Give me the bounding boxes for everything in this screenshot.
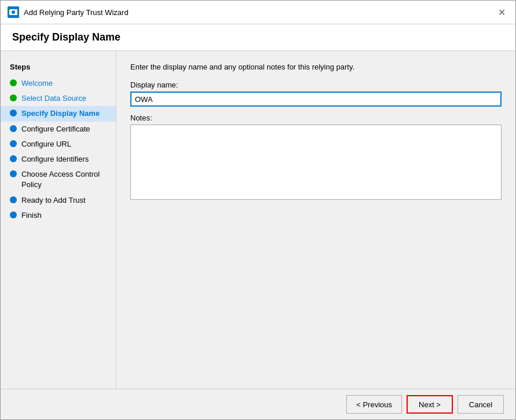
step-dot-welcome (10, 79, 17, 86)
cancel-button[interactable]: Cancel (458, 395, 504, 414)
previous-button[interactable]: < Previous (346, 395, 402, 414)
main-panel: Enter the display name and any optional … (116, 51, 515, 389)
step-dot-finish (10, 211, 17, 218)
step-dot-configure-certificate (10, 125, 17, 132)
sidebar: Steps Welcome Select Data Source Specify… (1, 51, 116, 389)
notes-textarea[interactable] (130, 125, 502, 200)
step-dot-choose-access-control-policy (10, 170, 17, 177)
step-label-select-data-source: Select Data Source (21, 93, 86, 104)
content-area: Steps Welcome Select Data Source Specify… (1, 51, 515, 389)
wizard-icon (8, 6, 19, 18)
description: Enter the display name and any optional … (130, 63, 502, 71)
next-button[interactable]: Next > (407, 395, 453, 414)
step-dot-specify-display-name (10, 109, 17, 116)
step-label-choose-access-control-policy: Choose Access Control Policy (21, 169, 107, 190)
notes-label: Notes: (130, 114, 502, 122)
page-header: Specify Display Name (1, 24, 515, 51)
wizard-dialog: Add Relying Party Trust Wizard ✕ Specify… (0, 0, 516, 420)
step-label-specify-display-name: Specify Display Name (21, 108, 100, 119)
step-finish: Finish (1, 208, 116, 223)
display-name-input[interactable] (130, 92, 502, 107)
step-label-welcome: Welcome (21, 78, 53, 89)
steps-heading: Steps (1, 60, 116, 76)
close-button[interactable]: ✕ (495, 5, 508, 19)
step-configure-certificate: Configure Certificate (1, 122, 116, 137)
step-select-data-source[interactable]: Select Data Source (1, 91, 116, 106)
display-name-label: Display name: (130, 81, 502, 89)
page-title: Specify Display Name (12, 31, 504, 43)
step-label-ready-to-add-trust: Ready to Add Trust (21, 195, 86, 206)
svg-point-2 (12, 10, 15, 14)
svg-rect-3 (8, 7, 10, 9)
step-ready-to-add-trust: Ready to Add Trust (1, 193, 116, 208)
step-configure-identifiers: Configure Identifiers (1, 152, 116, 167)
step-welcome[interactable]: Welcome (1, 76, 116, 91)
step-dot-configure-url (10, 140, 17, 147)
step-label-configure-url: Configure URL (21, 139, 71, 149)
title-bar: Add Relying Party Trust Wizard ✕ (1, 1, 515, 24)
step-label-configure-identifiers: Configure Identifiers (21, 154, 89, 165)
step-choose-access-control-policy: Choose Access Control Policy (1, 167, 116, 192)
step-label-finish: Finish (21, 210, 42, 221)
title-bar-left: Add Relying Party Trust Wizard (8, 6, 129, 18)
step-specify-display-name[interactable]: Specify Display Name (1, 106, 116, 121)
step-dot-ready-to-add-trust (10, 196, 17, 203)
window-title: Add Relying Party Trust Wizard (24, 8, 129, 17)
step-dot-configure-identifiers (10, 155, 17, 162)
step-configure-url: Configure URL (1, 137, 116, 152)
step-label-configure-certificate: Configure Certificate (21, 124, 90, 134)
step-dot-select-data-source (10, 94, 17, 101)
footer: < Previous Next > Cancel (1, 389, 515, 419)
